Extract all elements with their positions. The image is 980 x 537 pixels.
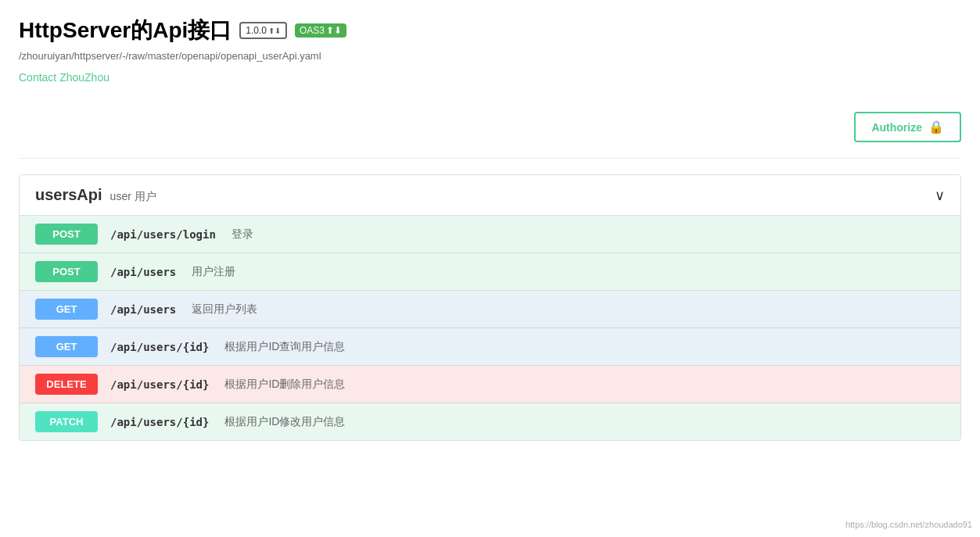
method-badge-delete: DELETE (35, 374, 98, 395)
api-section: usersApi user 用户 ∨ POST/api/users/login登… (19, 174, 961, 441)
authorize-button[interactable]: Authorize 🔒 (854, 112, 961, 142)
api-endpoints: POST/api/users/login登录POST/api/users用户注册… (20, 216, 960, 440)
method-badge-get: GET (35, 336, 98, 357)
endpoint-desc: 用户注册 (192, 265, 235, 279)
endpoint-row[interactable]: POST/api/users/login登录 (20, 216, 960, 253)
api-section-title: usersApi user 用户 (35, 186, 156, 204)
page-title: HttpServer的Api接口 (19, 16, 232, 45)
lock-icon: 🔒 (928, 120, 944, 134)
contact-link[interactable]: Contact ZhouZhou (19, 71, 109, 84)
endpoint-path: /api/users/{id} (110, 341, 209, 353)
endpoint-row[interactable]: GET/api/users返回用户列表 (20, 291, 960, 328)
oas-arrows: ⬆⬇ (326, 25, 342, 36)
endpoint-path: /api/users/{id} (110, 416, 209, 428)
method-badge-get: GET (35, 299, 98, 320)
method-badge-patch: PATCH (35, 411, 98, 432)
api-section-desc: user 用户 (110, 190, 156, 204)
method-badge-post: POST (35, 224, 98, 245)
version-label: 1.0.0 (246, 25, 267, 36)
method-badge-post: POST (35, 261, 98, 282)
endpoint-row[interactable]: PATCH/api/users/{id}根据用户ID修改用户信息 (20, 403, 960, 440)
header-section: HttpServer的Api接口 1.0.0 ⬆⬇ OAS3 ⬆⬇ /zhour… (19, 16, 961, 84)
endpoint-path: /api/users (110, 266, 176, 278)
endpoint-path: /api/users/{id} (110, 378, 209, 391)
api-section-name: usersApi (35, 186, 102, 204)
api-url: /zhouruiyan/httpserver/-/raw/master/open… (19, 50, 961, 62)
oas-label: OAS3 (300, 25, 325, 36)
endpoint-path: /api/users (110, 303, 176, 316)
page-container: HttpServer的Api接口 1.0.0 ⬆⬇ OAS3 ⬆⬇ /zhour… (0, 0, 980, 456)
endpoint-desc: 登录 (232, 227, 253, 242)
endpoint-row[interactable]: GET/api/users/{id}根据用户ID查询用户信息 (20, 328, 960, 366)
endpoint-desc: 根据用户ID修改用户信息 (224, 415, 345, 429)
endpoint-desc: 返回用户列表 (192, 303, 257, 317)
version-badge[interactable]: 1.0.0 ⬆⬇ (239, 22, 287, 39)
authorize-section: Authorize 🔒 (19, 96, 961, 159)
endpoint-desc: 根据用户ID查询用户信息 (224, 340, 345, 354)
authorize-label: Authorize (871, 121, 922, 134)
endpoint-row[interactable]: DELETE/api/users/{id}根据用户ID删除用户信息 (20, 366, 960, 403)
api-section-header[interactable]: usersApi user 用户 ∨ (20, 175, 960, 216)
endpoint-path: /api/users/login (110, 228, 216, 241)
chevron-down-icon: ∨ (935, 187, 945, 204)
endpoint-desc: 根据用户ID删除用户信息 (224, 378, 345, 392)
title-row: HttpServer的Api接口 1.0.0 ⬆⬇ OAS3 ⬆⬇ (19, 16, 961, 45)
version-arrows: ⬆⬇ (268, 27, 281, 35)
endpoint-row[interactable]: POST/api/users用户注册 (20, 253, 960, 291)
oas-badge[interactable]: OAS3 ⬆⬇ (295, 23, 346, 38)
